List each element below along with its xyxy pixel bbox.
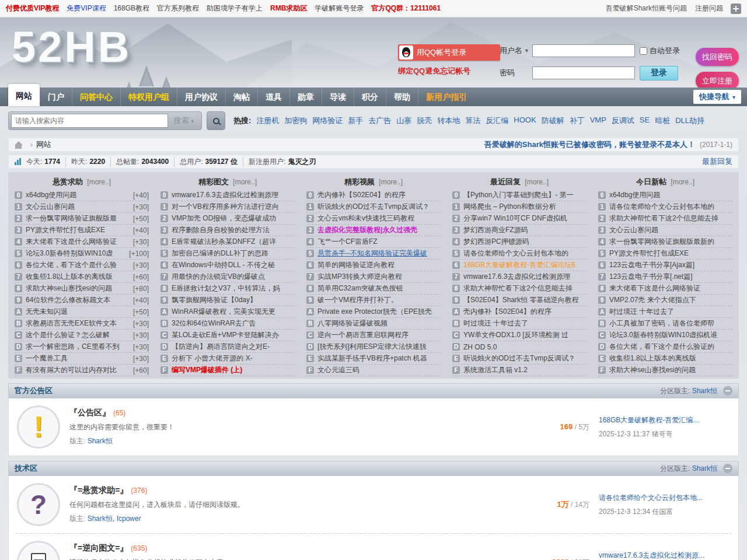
more-link[interactable]: [more..]	[231, 178, 257, 186]
widget-toggle-icon[interactable]	[731, 4, 741, 14]
topic-row[interactable]: 9VMP2.07壳 来个大佬指点下	[598, 295, 732, 306]
topic-row[interactable]: DZH OD 5.0	[452, 341, 587, 353]
topbar-right-link[interactable]: 吾爱破解Shark恒账号问题	[606, 4, 687, 13]
topic-row[interactable]: 3PY源文件帮忙打包成EXE[+40]	[15, 225, 149, 236]
hot-search-term[interactable]: HOOK	[514, 116, 536, 126]
topic-row[interactable]: C某LOL走砍E盾+VMP卡登陆解决办	[160, 330, 295, 341]
forum-name-link[interactable]: 『公告区』	[69, 408, 110, 417]
nav-item[interactable]: 帮助	[386, 88, 418, 106]
topic-row[interactable]: 0【Python入门零基础到爬虫】- 第一	[452, 190, 587, 201]
more-link[interactable]: [more..]	[85, 178, 111, 186]
topic-row[interactable]: 0x64dbg使用问题[+40]	[15, 190, 149, 201]
qq-login-button[interactable]: 用QQ帐号登录	[398, 44, 500, 61]
search-input[interactable]	[11, 114, 168, 128]
topic-row[interactable]: 3去虚拟化完整版教程|永久过强壳	[306, 225, 441, 236]
topic-row[interactable]: 2VMP加壳 OD报错，变态爆破成功	[160, 213, 295, 225]
topic-row[interactable]: 3梦幻西游商业FZ源码	[452, 225, 587, 236]
topic-row[interactable]: 2分享win7 Win10可CF DNF虚拟机	[452, 213, 587, 225]
topic-row[interactable]: 9【S02E04】Shark恒 零基础逆向教程	[452, 295, 587, 306]
hot-search-term[interactable]: 暗桩	[655, 116, 670, 126]
topic-row[interactable]: 5PY源文件帮忙打包成EXE	[598, 248, 732, 260]
moderator-link[interactable]: Shark恒	[88, 437, 113, 445]
topic-row[interactable]: D【防逆向】易语言防逆向之对E-	[160, 341, 295, 353]
topic-row[interactable]: AWinRAR爆破教程，完美实现无更	[160, 306, 295, 318]
topic-row[interactable]: 6123云盘电子书分享[Ajax篇]	[598, 260, 732, 271]
topic-row[interactable]: F系统激活工具箱 v1.2	[452, 365, 587, 376]
hot-search-term[interactable]: 脱壳	[417, 116, 432, 126]
forum-name-link[interactable]: 『=悬赏求助=』	[69, 485, 128, 495]
topic-row[interactable]: 6各位大佬，看下这个是什么验[+30]	[15, 260, 149, 271]
topbar-right-link[interactable]: 注册问题	[695, 4, 723, 13]
hot-search-term[interactable]: 转本地	[437, 116, 460, 126]
topic-row[interactable]: C论坛3.0新春特别版WIN10虚拟机谁	[598, 330, 732, 341]
latest-reply-link[interactable]: 最新回复	[702, 156, 732, 167]
topic-row[interactable]: 2求助大神帮忙看下这2个信息能去掉	[598, 213, 732, 225]
topic-row[interactable]: 6在Windows中劫持DLL - 不传之秘	[160, 260, 295, 271]
topic-row[interactable]: 9飘零旗舰网络验证【0day】	[160, 295, 295, 306]
hot-search-term[interactable]: 防破解	[542, 116, 564, 126]
site-notice-link[interactable]: 吾爱破解的Shark恒账号已被修改密码，账号被登录不是本人！	[484, 139, 695, 150]
hot-search-term[interactable]: 加密狗	[284, 116, 307, 126]
search-type-dropdown[interactable]: 搜索	[168, 116, 199, 126]
username-input[interactable]	[532, 44, 635, 57]
breadcrumb-current[interactable]: 网站	[36, 139, 51, 150]
section-title[interactable]: 官方公告区	[15, 386, 53, 396]
lastpost-link[interactable]: 请各位老师给个文心云封包本地...	[599, 493, 730, 503]
nav-item[interactable]: 问答中心	[72, 88, 120, 106]
topic-row[interactable]: D各位大佬，看下这个是什么验证的	[598, 341, 732, 353]
moderator-link[interactable]: Shark恒	[692, 387, 717, 395]
nav-item[interactable]: 道具	[257, 88, 289, 106]
topic-row[interactable]: 0x64dbg使用问题	[598, 190, 732, 201]
topic-row[interactable]: 5论坛3.0新春特别版WIN10虚[+100]	[15, 248, 149, 260]
topic-row[interactable]: 2文心云vm和未v快速找三码教程	[306, 213, 441, 225]
topbar-link[interactable]: 助困境学子有学上	[207, 4, 263, 13]
auto-login-checkbox[interactable]	[640, 47, 647, 55]
hot-search-term[interactable]: 网络验证	[312, 116, 343, 126]
topic-row[interactable]: APrivate exe Protector脱壳（EPE脱壳	[306, 306, 441, 318]
topic-row[interactable]: 3文心云山寨问题	[598, 225, 732, 236]
collapse-toggle-icon[interactable]	[723, 464, 732, 473]
topic-row[interactable]: C逆向一个易语言重启联网程序	[306, 330, 441, 341]
hot-search-term[interactable]: 注册机	[256, 116, 279, 126]
hot-search-term[interactable]: 反调试	[612, 116, 634, 126]
topic-row[interactable]: 6168GB大量破解教程-吾爱汇编论坛6	[452, 260, 587, 271]
hot-search-term[interactable]: 算法	[465, 116, 480, 126]
topic-row[interactable]: E一个魔兽工具[+30]	[15, 353, 149, 365]
topic-row[interactable]: A时过境迁 十年过去了	[598, 306, 732, 318]
topic-row[interactable]: B求教易语言无壳EXE软件文本[+30]	[15, 318, 149, 330]
hot-search-term[interactable]: 去广告	[368, 116, 391, 126]
topic-row[interactable]: F文心元追三码	[306, 365, 441, 376]
topic-row[interactable]: 7用最快的办法锁定VB的爆破点	[160, 271, 295, 283]
topic-row[interactable]: 1网络爬虫 – Python和数据分析	[452, 201, 587, 213]
topic-row[interactable]: 4E盾常规破法秒杀某DNFFZ（超详	[160, 236, 295, 248]
password-input[interactable]	[532, 66, 635, 79]
quick-nav-button[interactable]: 快捷导航	[693, 90, 741, 104]
site-logo[interactable]: 52HB	[12, 22, 131, 72]
topic-row[interactable]: 4求一份飘零网络验证旗舰版最新的	[598, 236, 732, 248]
home-icon[interactable]	[15, 141, 23, 149]
nav-item[interactable]: 用户协议	[177, 88, 225, 106]
topic-row[interactable]: B32位和64位WinRAR去广告	[160, 318, 295, 330]
auto-login-option[interactable]: 自动登录	[640, 46, 680, 56]
more-link[interactable]: [more..]	[377, 178, 403, 186]
nav-item[interactable]: 特权用户组	[120, 88, 177, 106]
topic-row[interactable]: 8E盾拯救计划之V37，中转算法，妈	[160, 283, 295, 295]
more-link[interactable]: [more..]	[523, 178, 549, 186]
section-title[interactable]: 技术区	[15, 463, 37, 474]
lastpost-link[interactable]: 168GB大量破解教程-吾爱汇编...	[599, 415, 730, 425]
topic-row[interactable]: 1文心云山寨问题[+30]	[15, 201, 149, 213]
topic-row[interactable]: 2求一份飘零网络验证旗舰版最[+50]	[15, 213, 149, 225]
collapse-toggle-icon[interactable]	[723, 386, 732, 396]
nav-item[interactable]: 导读	[322, 88, 354, 106]
topic-row[interactable]: 1请各位老师给个文心云封包本地的	[598, 201, 732, 213]
hot-search-term[interactable]: DLL劫持	[675, 116, 704, 126]
topbar-link[interactable]: 付费优质VIP教程	[6, 4, 59, 13]
hot-search-term[interactable]: 反汇编	[486, 116, 508, 126]
topic-row[interactable]: F有没有屌大的可以过内存对比[+60]	[15, 365, 149, 376]
topic-row[interactable]: A无壳未知闪退[+50]	[15, 306, 149, 318]
topic-row[interactable]: 5请各位老师给个文心云封包本地的	[452, 248, 587, 260]
topic-row[interactable]: 7收集些1.8以上版本的离线版[+60]	[15, 271, 149, 283]
topic-row[interactable]: B小工具被加了密码，请各位老师帮	[598, 318, 732, 330]
topic-row[interactable]: A壳内修补【S02E04】的程序	[452, 306, 587, 318]
hot-search-term[interactable]: VMP	[590, 116, 606, 126]
